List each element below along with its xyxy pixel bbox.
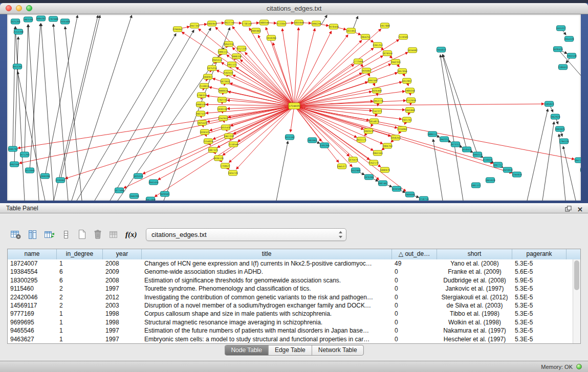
function-builder-icon[interactable]: f(x) [125, 228, 137, 240]
table-row[interactable]: 977716911998Corpus callosum shape and si… [8, 310, 573, 318]
graph-node[interactable]: 1813957 [402, 78, 412, 83]
table-row[interactable]: 1872400712008Changes of HCN gene express… [8, 259, 573, 268]
graph-node[interactable]: 2102432 [223, 70, 233, 75]
graph-node[interactable]: 2078450 [329, 24, 339, 29]
graph-node[interactable]: 2091568 [367, 78, 378, 83]
graph-node[interactable]: 1879554 [382, 51, 393, 56]
table-row[interactable]: 911546021997Tourette syndrome. Phenomeno… [8, 285, 573, 293]
graph-node[interactable]: 1953770 [373, 98, 383, 103]
table-row[interactable]: 1456911722003Disruption of a novel membe… [8, 301, 573, 310]
graph-node[interactable]: 1847717 [493, 162, 503, 167]
graph-node[interactable]: 2063165 [373, 150, 383, 156]
graph-node[interactable]: 1915102 [285, 135, 295, 140]
graph-node[interactable]: 1976306 [364, 174, 374, 180]
graph-node[interactable]: 1873933 [220, 79, 230, 84]
graph-node[interactable]: 2022744 [224, 20, 234, 25]
table-row[interactable]: 2242004622012Investigating the contribut… [8, 293, 573, 301]
table-row[interactable]: 1830029562008Estimation of significance … [8, 276, 573, 285]
graph-node[interactable]: 1847232 [574, 158, 581, 163]
graph-node[interactable]: 1983903 [307, 138, 317, 143]
graph-node[interactable]: 1852210 [224, 41, 234, 47]
graph-node[interactable]: 2217229 [236, 46, 247, 51]
graph-node[interactable]: 2116616 [483, 157, 493, 162]
graph-node[interactable]: 1724035 [289, 103, 300, 109]
graph-node[interactable]: 1942355 [390, 59, 401, 64]
graph-node[interactable]: 2031175 [356, 137, 366, 142]
graph-node[interactable]: 1933227 [556, 26, 566, 31]
graph-node[interactable]: 1921761 [402, 117, 412, 122]
graph-node[interactable]: 2112659 [406, 98, 416, 103]
table-row[interactable]: 1938455462009Genome-wide association stu… [8, 268, 573, 276]
graph-node[interactable]: 2105204 [319, 143, 330, 148]
graph-node[interactable]: 1877498 [114, 188, 124, 193]
graph-node[interactable]: 1906113 [217, 49, 228, 54]
graph-node[interactable]: 2054328 [564, 36, 574, 41]
graph-node[interactable]: 1818414 [462, 147, 472, 152]
window-titlebar[interactable]: citations_edges.txt [0, 3, 588, 14]
graph-node[interactable]: 1967239 [224, 134, 234, 139]
graph-node[interactable]: 1918284 [266, 35, 276, 40]
graph-node[interactable]: 2236997 [55, 178, 66, 183]
tab-network-table[interactable]: Network Table [312, 345, 363, 355]
graph-node[interactable]: 1814873 [369, 119, 379, 124]
graph-node[interactable]: 1852905 [351, 168, 361, 173]
graph-node[interactable]: 1825285 [10, 19, 20, 24]
graph-node[interactable]: 1995515 [472, 152, 483, 157]
graph-node[interactable]: 1808330 [231, 54, 242, 59]
graph-node[interactable]: 1866943 [207, 21, 217, 26]
graph-node[interactable]: 2110540 [228, 142, 238, 147]
graph-node[interactable]: 1855948 [294, 20, 304, 25]
trash-icon[interactable] [93, 228, 103, 240]
new-file-icon[interactable] [77, 228, 87, 240]
column-header[interactable]: title [142, 249, 392, 259]
graph-node[interactable]: 1942212 [439, 137, 449, 142]
graph-node[interactable]: 2005983 [251, 28, 261, 33]
graph-node[interactable]: 1790319 [197, 93, 207, 98]
graph-node[interactable]: 2118818 [199, 83, 209, 89]
graph-node[interactable]: 1808979 [380, 167, 390, 172]
graph-node[interactable]: 1792735 [217, 97, 227, 102]
column-header[interactable]: year [103, 249, 142, 259]
graph-node[interactable]: 1868917 [203, 74, 213, 79]
tab-edge-table[interactable]: Edge Table [269, 345, 312, 355]
graph-node[interactable]: 2186631 [558, 64, 568, 70]
graph-node[interactable]: 2133847 [276, 21, 287, 26]
graph-node[interactable]: 1998520 [195, 102, 206, 107]
graph-node[interactable]: 1772466 [353, 59, 363, 64]
graph-node[interactable]: 1944822 [436, 47, 446, 52]
graph-node[interactable]: 1938136 [217, 106, 227, 112]
table-row[interactable]: 946554611997Estimation of the future num… [8, 326, 573, 335]
graph-node[interactable]: 1595823 [544, 101, 554, 106]
graph-node[interactable]: 1813895 [25, 168, 35, 173]
graph-node[interactable]: 2154824 [203, 139, 213, 144]
graph-node[interactable]: 1858263 [390, 135, 401, 140]
graph-node[interactable]: 2045514 [212, 57, 222, 62]
graph-node[interactable]: 2153390 [13, 29, 24, 34]
graph-node[interactable]: 1828429 [553, 47, 563, 52]
scrollbar-thumb[interactable] [574, 260, 579, 290]
graph-node[interactable]: 2092594 [9, 162, 19, 167]
graph-node[interactable]: 1904764 [382, 143, 393, 148]
column-header[interactable]: name [8, 249, 57, 259]
graph-node[interactable]: 2201253 [373, 42, 383, 48]
graph-node[interactable]: 2242937 [218, 116, 228, 121]
graph-node[interactable]: 1958396 [40, 173, 50, 179]
graph-node[interactable]: 2053391 [12, 64, 23, 69]
graph-node[interactable]: 2084287 [36, 16, 46, 21]
graph-node[interactable]: 1923818 [503, 167, 513, 172]
table-options-icon[interactable] [10, 228, 21, 240]
close-panel-icon[interactable]: ✕ [577, 206, 583, 213]
graph-node[interactable]: 2061800 [145, 197, 156, 201]
graph-node[interactable]: 1936489 [60, 19, 70, 24]
graph-node[interactable]: 1834508 [391, 186, 402, 191]
graph-node[interactable]: 2262178 [368, 160, 379, 165]
show-columns-icon[interactable] [27, 228, 38, 240]
table-row[interactable]: 946362711997Embryonic stem cells: a mode… [8, 335, 573, 343]
graph-node[interactable]: 1962924 [550, 114, 560, 119]
graph-node[interactable]: 1947342 [189, 23, 200, 28]
column-header[interactable]: in_degree [57, 249, 103, 259]
float-panel-icon[interactable] [565, 205, 572, 214]
graph-node[interactable]: 1980546 [259, 20, 269, 25]
graph-node[interactable]: 2218710 [419, 196, 429, 201]
network-table-select[interactable]: citations_edges.txt [146, 228, 346, 241]
